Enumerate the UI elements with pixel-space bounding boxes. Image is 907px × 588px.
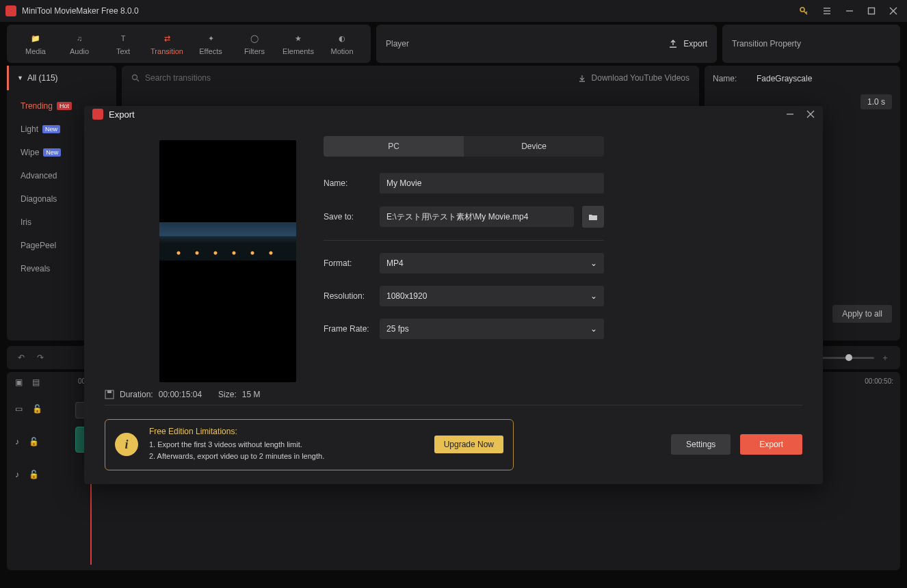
video-track-icon: ▭ xyxy=(15,404,23,414)
tab-pc[interactable]: PC xyxy=(324,136,464,157)
tab-motion[interactable]: ◐Motion xyxy=(320,26,364,62)
property-panel-header: Transition Property xyxy=(722,25,900,63)
format-select[interactable]: MP4⌄ xyxy=(380,253,604,273)
apply-to-all-button[interactable]: Apply to all xyxy=(832,305,892,323)
timecode-right: 00:00:50: xyxy=(865,377,893,385)
limitations-heading: Free Edition Limitations: xyxy=(149,427,324,436)
export-info: Duration: 00:00:15:04 Size: 15 M xyxy=(84,388,823,401)
zoom-in-icon[interactable]: ＋ xyxy=(881,352,889,364)
player-panel-header: Player Export xyxy=(376,25,717,63)
tab-transition[interactable]: ⇄Transition xyxy=(145,26,189,62)
lock-icon[interactable]: 🔓 xyxy=(29,470,39,479)
name-label: Name: xyxy=(324,178,371,188)
upgrade-now-button[interactable]: Upgrade Now xyxy=(434,436,503,453)
mode-tabs: 📁Media ♫Audio TText ⇄Transition ✦Effects… xyxy=(7,25,371,63)
limitations-box: i Free Edition Limitations: 1. Export th… xyxy=(105,419,514,470)
maximize-icon[interactable] xyxy=(867,7,876,15)
folder-icon xyxy=(588,212,598,222)
save-icon xyxy=(105,390,114,399)
player-label: Player xyxy=(386,39,409,49)
download-youtube-link[interactable]: Download YouTube Videos xyxy=(578,73,689,83)
folder-icon: 📁 xyxy=(29,32,42,44)
format-label: Format: xyxy=(324,258,371,268)
search-input[interactable]: Search transitions xyxy=(131,73,211,83)
elements-icon: ★ xyxy=(292,32,304,44)
effects-icon: ✦ xyxy=(205,32,217,44)
titlebar: MiniTool MovieMaker Free 8.0.0 xyxy=(0,0,907,22)
svg-line-11 xyxy=(137,79,139,81)
export-dialog: Export PC Device Name: Save to: xyxy=(84,106,823,484)
lock-icon[interactable]: 🔓 xyxy=(29,437,39,446)
tab-device[interactable]: Device xyxy=(464,136,604,157)
redo-icon[interactable]: ↷ xyxy=(37,353,44,362)
svg-line-2 xyxy=(806,12,807,13)
undo-icon[interactable]: ↶ xyxy=(18,353,25,362)
framerate-label: Frame Rate: xyxy=(324,324,371,334)
export-button[interactable]: Export xyxy=(668,39,707,49)
app-logo-icon xyxy=(5,5,16,16)
download-icon xyxy=(578,74,586,82)
export-preview xyxy=(159,140,296,382)
key-icon[interactable] xyxy=(799,6,809,16)
transition-icon: ⇄ xyxy=(161,32,173,44)
name-input[interactable] xyxy=(380,173,604,193)
motion-icon: ◐ xyxy=(336,32,348,44)
search-icon xyxy=(131,74,140,82)
tab-effects[interactable]: ✦Effects xyxy=(189,26,233,62)
marker-list-icon[interactable]: ▤ xyxy=(32,377,40,387)
toolbar: 📁Media ♫Audio TText ⇄Transition ✦Effects… xyxy=(0,22,907,63)
export-target-tabs: PC Device xyxy=(324,136,604,157)
minimize-icon[interactable] xyxy=(786,110,794,118)
app-title: MiniTool MovieMaker Free 8.0.0 xyxy=(22,6,799,16)
svg-rect-17 xyxy=(107,390,111,393)
limitations-line2: 2. Afterwards, export video up to 2 minu… xyxy=(149,451,324,463)
chevron-down-icon: ⌄ xyxy=(590,258,597,268)
resolution-label: Resolution: xyxy=(324,291,371,301)
tab-text[interactable]: TText xyxy=(101,26,145,62)
settings-button[interactable]: Settings xyxy=(671,434,731,455)
svg-rect-7 xyxy=(869,8,875,14)
export-confirm-button[interactable]: Export xyxy=(740,434,802,455)
music-icon: ♫ xyxy=(73,32,86,44)
marker-add-icon[interactable]: ▣ xyxy=(15,377,23,387)
category-header[interactable]: ▼All (115) xyxy=(7,66,116,90)
prop-name-label: Name: xyxy=(713,74,747,83)
chevron-down-icon: ▼ xyxy=(17,75,23,81)
tab-filters[interactable]: ◯Filters xyxy=(233,26,276,62)
limitations-line1: 1. Export the first 3 videos without len… xyxy=(149,439,324,451)
resolution-select[interactable]: 1080x1920⌄ xyxy=(380,286,604,306)
export-dialog-title: Export xyxy=(109,109,786,120)
prop-duration[interactable]: 1.0 s xyxy=(860,94,892,109)
menu-icon[interactable] xyxy=(822,6,832,16)
saveto-label: Save to: xyxy=(324,212,371,222)
chevron-down-icon: ⌄ xyxy=(590,324,597,334)
svg-point-10 xyxy=(133,75,137,80)
close-icon[interactable] xyxy=(889,7,897,15)
export-form: PC Device Name: Save to: Format: MP4⌄ Re… xyxy=(324,136,604,382)
app-logo-icon xyxy=(92,109,103,120)
info-icon: i xyxy=(115,433,138,456)
filters-icon: ◯ xyxy=(248,32,261,44)
tab-media[interactable]: 📁Media xyxy=(14,26,57,62)
tab-audio[interactable]: ♫Audio xyxy=(57,26,101,62)
export-dialog-titlebar: Export xyxy=(84,106,823,122)
framerate-select[interactable]: 25 fps⌄ xyxy=(380,319,604,339)
minimize-icon[interactable] xyxy=(845,7,854,15)
close-icon[interactable] xyxy=(806,110,815,118)
saveto-input[interactable] xyxy=(380,206,574,227)
audio-track-icon: ♪ xyxy=(15,470,19,479)
chevron-down-icon: ⌄ xyxy=(590,291,597,301)
tab-elements[interactable]: ★Elements xyxy=(276,26,320,62)
audio-track-icon: ♪ xyxy=(15,437,19,446)
upload-icon xyxy=(668,39,678,49)
property-label: Transition Property xyxy=(732,39,801,49)
prop-name-value: FadeGrayscale xyxy=(757,74,812,83)
browse-button[interactable] xyxy=(582,206,604,228)
text-icon: T xyxy=(117,32,129,44)
lock-icon[interactable]: 🔓 xyxy=(32,404,42,414)
